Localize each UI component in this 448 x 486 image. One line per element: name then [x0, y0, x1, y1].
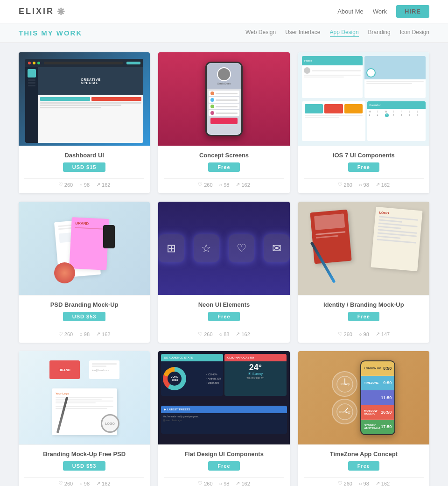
shares-stat: ↗ 162	[236, 182, 250, 188]
main-content: CREATIVESPECIAL	[0, 43, 448, 486]
card-body-flat-design: Flat Design UI Components Free ♡ 260 ○ 9…	[158, 444, 289, 486]
shares-stat: ↗ 162	[96, 480, 110, 486]
work-link[interactable]: Work	[373, 8, 387, 15]
neon-icon-4: ✉	[264, 234, 289, 262]
logo-text: ELIXIR	[19, 7, 54, 16]
identity-free-btn[interactable]: Free	[348, 312, 379, 321]
nav-user-interface[interactable]: User Interface	[285, 29, 320, 37]
shares-stat: ↗ 162	[376, 182, 390, 188]
card-image-timezone: LONDON MOSCOW	[298, 351, 429, 444]
comments-stat: ○ 98	[359, 182, 369, 188]
nav-branding[interactable]: Branding	[368, 29, 391, 37]
shares-stat: ↗ 147	[376, 331, 390, 337]
comments-stat: ○ 98	[79, 480, 90, 486]
header-nav: About Me Work HIRE	[337, 5, 429, 18]
card-image-concept: Sarah Green	[158, 52, 289, 146]
card-stats-ios7: ♡ 260 ○ 98 ↗ 162	[304, 178, 424, 188]
card-body-ios7: iOS 7 UI Components Free ♡ 260 ○ 98 ↗ 16…	[298, 146, 429, 193]
card-image-identity: LOGO	[298, 202, 429, 295]
likes-stat: ♡ 260	[198, 331, 212, 337]
card-flat-design: OS AUDIENCE STATS JUNE2013 ▪ iOS 45% ▪ A…	[158, 351, 289, 486]
card-image-branding2: BRAND info@brand.com Your Logo	[19, 351, 150, 444]
section-title: THIS MY WORK	[19, 29, 82, 37]
likes-stat: ♡ 260	[338, 182, 352, 188]
likes-stat: ♡ 260	[338, 480, 352, 486]
category-nav: Web Design User Interface App Design Bra…	[245, 29, 429, 37]
card-title-identity: Identity / Branding Mock-Up	[304, 301, 424, 308]
card-concept-screens: Sarah Green	[158, 52, 289, 193]
card-stats-identity: ♡ 260 ○ 98 ↗ 147	[304, 328, 424, 337]
card-title-concept: Concept Screens	[164, 152, 284, 159]
likes-stat: ♡ 260	[58, 480, 73, 486]
psd-branding-price-btn[interactable]: USD $53	[63, 312, 106, 321]
shares-stat: ↗ 162	[236, 331, 250, 337]
timezone-free-btn[interactable]: Free	[348, 461, 379, 471]
comments-stat: ○ 98	[219, 480, 230, 486]
tz-clock-1: LONDON	[332, 371, 357, 397]
likes-stat: ♡ 260	[58, 331, 73, 337]
comments-stat: ○ 98	[359, 331, 369, 337]
card-title-psd-branding: PSD Branding Mock-Up	[24, 301, 144, 308]
timezone-phone: LONDON UK 8:50 TIMEZONE 9:50 11:50	[360, 360, 395, 435]
likes-stat: ♡ 260	[338, 331, 352, 337]
about-link[interactable]: About Me	[337, 8, 364, 15]
card-image-ios7: Profile	[298, 52, 429, 146]
card-title-branding2: Branding Mock-Up Free PSD	[24, 451, 144, 458]
card-stats-timezone: ♡ 260 ○ 98 ↗ 162	[304, 477, 424, 486]
comments-stat: ○ 98	[219, 182, 230, 188]
card-neon-ui: ⊞ ☆ ♡ ✉ Neon UI Elements Free ♡ 260 ○ 88…	[158, 202, 289, 343]
shares-stat: ↗ 162	[236, 480, 250, 486]
card-image-neon: ⊞ ☆ ♡ ✉	[158, 202, 289, 295]
ios7-free-btn[interactable]: Free	[348, 162, 379, 172]
flat-design-free-btn[interactable]: Free	[208, 461, 239, 471]
comments-stat: ○ 88	[219, 331, 230, 337]
nav-web-design[interactable]: Web Design	[245, 29, 276, 37]
card-title-neon: Neon UI Elements	[164, 301, 284, 308]
neon-icon-1: ⊞	[158, 234, 184, 262]
card-body-dashboard: Dashboard UI USD $15 ♡ 260 ○ 98 ↗ 162	[19, 146, 150, 193]
logo-icon: ❋	[57, 6, 66, 17]
card-identity-branding: LOGO Identity / Branding Mock-Up Fr	[298, 202, 429, 343]
concept-free-btn[interactable]: Free	[208, 162, 239, 172]
dashboard-price-btn[interactable]: USD $15	[63, 162, 106, 172]
comments-stat: ○ 98	[359, 480, 369, 486]
neon-free-btn[interactable]: Free	[208, 312, 239, 321]
card-title-flat-design: Flat Design UI Components	[164, 451, 284, 458]
nav-app-design[interactable]: App Design	[330, 29, 359, 37]
hire-button[interactable]: HIRE	[396, 5, 429, 18]
card-title-dashboard: Dashboard UI	[24, 152, 144, 159]
card-body-concept: Concept Screens Free ♡ 260 ○ 98 ↗ 162	[158, 146, 289, 193]
card-body-neon: Neon UI Elements Free ♡ 260 ○ 88 ↗ 162	[158, 295, 289, 343]
comments-stat: ○ 98	[79, 182, 90, 188]
card-body-timezone: TimeZone App Concept Free ♡ 260 ○ 98 ↗ 1…	[298, 444, 429, 486]
card-image-psd-branding: BRAND	[19, 202, 150, 295]
shares-stat: ↗ 162	[96, 331, 110, 337]
card-stats-neon: ♡ 260 ○ 88 ↗ 162	[164, 328, 284, 337]
card-ios7: Profile	[298, 52, 429, 193]
card-title-ios7: iOS 7 UI Components	[304, 152, 424, 159]
card-branding2: BRAND info@brand.com Your Logo	[19, 351, 150, 486]
card-body-psd-branding: PSD Branding Mock-Up USD $53 ♡ 260 ○ 98 …	[19, 295, 150, 343]
shares-stat: ↗ 162	[96, 182, 110, 188]
likes-stat: ♡ 260	[198, 480, 212, 486]
portfolio-grid: CREATIVESPECIAL	[19, 52, 429, 486]
shares-stat: ↗ 162	[376, 480, 390, 486]
likes-stat: ♡ 260	[58, 182, 73, 188]
comments-stat: ○ 98	[79, 331, 90, 337]
neon-icon-2: ☆	[194, 234, 219, 262]
card-image-dashboard: CREATIVESPECIAL	[19, 52, 150, 146]
card-stats-branding2: ♡ 260 ○ 98 ↗ 162	[24, 477, 144, 486]
card-psd-branding: BRAND PSD Branding Mock-Up USD $53 ♡ 260…	[19, 202, 150, 343]
card-stats-dashboard: ♡ 260 ○ 98 ↗ 162	[24, 178, 144, 188]
card-stats-psd-branding: ♡ 260 ○ 98 ↗ 162	[24, 328, 144, 337]
nav-icon-design[interactable]: Icon Design	[400, 29, 429, 37]
card-timezone: LONDON MOSCOW	[298, 351, 429, 486]
card-image-flat-design: OS AUDIENCE STATS JUNE2013 ▪ iOS 45% ▪ A…	[158, 351, 289, 444]
site-logo: ELIXIR ❋	[19, 6, 66, 17]
likes-stat: ♡ 260	[198, 182, 212, 188]
site-header: ELIXIR ❋ About Me Work HIRE	[0, 0, 448, 23]
subheader: THIS MY WORK Web Design User Interface A…	[0, 23, 448, 43]
tz-clock-2: MOSCOW	[332, 399, 357, 424]
branding2-price-btn[interactable]: USD $53	[63, 461, 106, 471]
card-stats-concept: ♡ 260 ○ 98 ↗ 162	[164, 178, 284, 188]
